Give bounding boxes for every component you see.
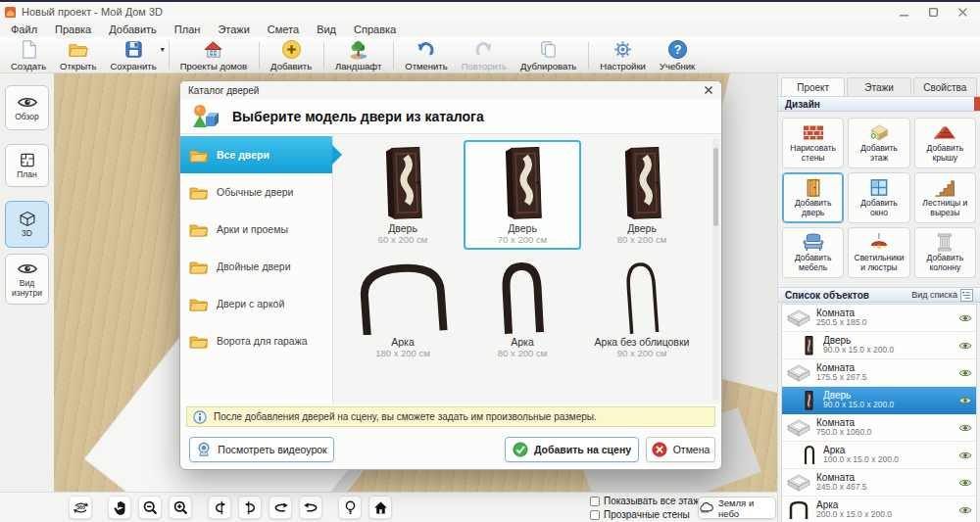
object-row[interactable]: Дверь 90.0 x 15.0 x 200.0 [782,387,976,414]
viewport-tool-button[interactable] [299,496,322,519]
close-icon[interactable] [957,7,968,18]
view-mode-button[interactable]: План [5,144,49,187]
catalog-item[interactable]: Арка 80 x 200 см [464,254,581,363]
minimize-icon[interactable] [899,7,909,18]
design-button[interactable]: Лестницы и вырезы [914,172,976,223]
toolbar-button[interactable]: Ландшафт [328,38,388,72]
list-view-control[interactable]: Вид списка [911,289,973,302]
object-row[interactable]: Арка 100.0 x 15.0 x 200.0 [782,442,976,469]
main-toolbar: Создать Открыть Сохранить Проекты домов … [0,37,980,73]
category-item[interactable]: Все двери [180,136,332,173]
object-row[interactable]: Арка 200.0 x 15.0 x 200.0 [782,497,976,522]
maximize-icon[interactable] [928,7,939,18]
category-item[interactable]: Двери с аркой [180,285,332,322]
viewport-tool-button[interactable] [169,496,192,519]
toolbar-button[interactable]: Отменить [398,38,454,72]
checkbox-box[interactable] [590,510,600,520]
catalog-item[interactable]: Арка 180 x 200 см [344,254,462,363]
catalog-item[interactable]: Дверь 60 x 200 см [344,140,462,250]
catalog-item[interactable]: Дверь 70 x 200 см [464,140,581,250]
view-option-checkbox[interactable]: Прозрачные стены [590,508,705,521]
design-button[interactable]: Добавить этаж [848,118,909,168]
menu-item[interactable]: Справка [345,24,405,35]
view-option-checkbox[interactable]: Показывать все этажи [590,495,705,507]
visibility-eye-icon[interactable] [958,505,972,515]
view-mode-button[interactable]: Вид изнутри [5,254,49,305]
menu-item[interactable]: Файл [2,24,46,35]
cancel-button[interactable]: Отмена [646,437,715,462]
object-row[interactable]: Комната 250.5 x 185.0 [782,305,976,332]
toolbar-button[interactable]: Настройки [593,38,653,72]
catalog-item[interactable]: Дверь 80 x 200 см [583,140,701,250]
toolbar-button[interactable]: Проекты домов [173,38,254,72]
catalog-scrollbar[interactable] [712,138,719,401]
add-to-scene-button[interactable]: Добавить на сцену [505,437,639,462]
design-button[interactable]: Светильники и люстры [848,227,909,278]
toolbar-button[interactable]: Добавить [264,38,318,72]
visibility-eye-icon[interactable] [958,368,972,378]
design-button[interactable]: Нарисовать стены [782,118,844,168]
catalog-item[interactable] [344,367,462,404]
object-size: 200.0 x 15.0 x 200.0 [816,510,956,520]
design-button[interactable]: Добавить колонну [914,227,976,278]
catalog-item[interactable] [464,367,581,404]
design-button[interactable]: Добавить окно [848,172,909,223]
toolbar-button[interactable]: Сохранить [103,38,163,72]
design-button[interactable]: Добавить мебель [782,227,844,278]
toolbar-button[interactable]: Открыть [53,38,103,72]
menu-item[interactable]: Этажи [209,24,258,35]
viewport-tool-button[interactable] [138,496,162,519]
category-item[interactable]: Двойные двери [180,248,332,285]
object-row[interactable]: Комната 750.0 x 1060.0 [782,414,976,442]
visibility-eye-icon[interactable] [958,451,972,460]
panel-tab[interactable]: Свойства [913,77,977,96]
visibility-eye-icon[interactable] [958,341,972,351]
object-row[interactable]: Комната 175.5 x 267.5 [782,359,976,387]
design-button[interactable]: Добавить крышу [914,118,976,168]
object-row[interactable]: Дверь 90.0 x 15.0 x 200.0 [782,332,976,359]
toolbar-button[interactable]: ? Учебник [653,38,702,72]
viewport-tool-button[interactable] [338,496,362,519]
viewport-tool-button[interactable] [269,496,292,519]
menu-item[interactable]: Смета [259,24,308,35]
visibility-eye-icon[interactable] [958,478,972,488]
item-name: Дверь [388,222,417,234]
dialog-title-bar: Каталог дверей [180,81,721,99]
viewport-tool-button[interactable] [238,496,262,519]
view-mode-button[interactable]: 3D [5,201,49,248]
viewport-tool-button[interactable] [108,496,131,519]
menu-item[interactable]: План [166,24,210,35]
menu-item[interactable]: Правка [46,24,100,35]
design-button[interactable]: Добавить дверь [782,172,844,223]
visibility-eye-icon[interactable] [958,313,972,323]
catalog-item[interactable] [583,367,701,404]
scrollbar-thumb[interactable] [713,148,718,226]
view-mode-button[interactable]: Обзор [5,85,49,130]
dialog-close-icon[interactable] [704,85,713,95]
viewport-tool-button[interactable]: 360 [69,496,92,519]
toolbar-button[interactable]: Дублировать [514,38,583,72]
visibility-eye-icon[interactable] [958,396,972,405]
panel-tab[interactable]: Этажи [847,77,910,96]
visibility-eye-icon[interactable] [958,423,972,433]
viewport-tool-button[interactable] [368,496,392,519]
rotate-360-icon: 360 [73,499,89,516]
ground-sky-button[interactable]: Земля и небо [698,497,776,519]
toolbar-button[interactable]: Повторить [455,38,514,72]
watch-video-button[interactable]: Посмотреть видеоурок [189,437,334,462]
item-size: 80 x 200 см [617,234,666,245]
category-item[interactable]: Обычные двери [180,173,332,211]
list-view-icon[interactable] [960,289,973,302]
light-bulb-icon [342,499,359,516]
object-row[interactable]: Комната 245.0 x 467.5 [782,469,976,497]
category-item[interactable]: Ворота для гаража [180,322,332,359]
design-header-label: Дизайн [785,99,820,110]
viewport-tool-button[interactable] [208,496,231,519]
panel-tab[interactable]: Проект [781,77,845,96]
category-item[interactable]: Арки и проемы [180,211,332,248]
catalog-item[interactable]: Арка без облицовки 90 x 200 см [583,254,701,363]
menu-item[interactable]: Вид [308,24,345,35]
menu-item[interactable]: Добавить [100,24,166,35]
toolbar-button[interactable]: Создать [4,38,53,72]
checkbox-box[interactable] [590,497,600,506]
